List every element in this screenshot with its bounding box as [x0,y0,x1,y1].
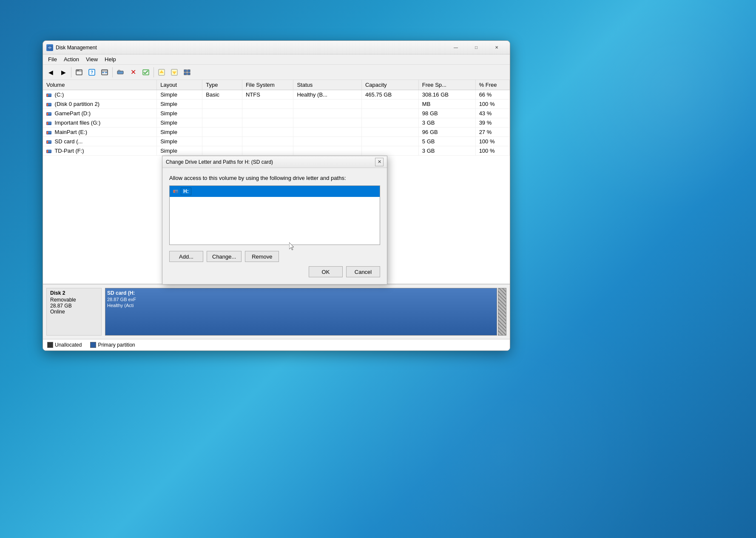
close-button[interactable]: ✕ [487,41,506,54]
cell-free: 96 GB [418,128,475,137]
col-capacity: Capacity [361,80,418,90]
menu-help[interactable]: Help [101,55,119,63]
remove-button[interactable]: Remove [245,251,279,262]
menu-file[interactable]: File [45,55,60,63]
cell-pct: 66 % [475,90,509,100]
menu-bar: File Action View Help [43,54,510,65]
cell-volume: GamePart (D:) [43,109,157,118]
forward-button[interactable]: ▶ [57,66,69,78]
table-row[interactable]: GamePart (D:) Simple 98 GB 43 % [43,109,510,118]
cell-volume: Important files (G:) [43,118,157,128]
svg-text:?: ? [91,70,93,75]
legend-unallocated-box [47,342,53,348]
check-button[interactable] [140,66,152,78]
cell-capacity [361,146,418,156]
disk-map-area: Disk 2 Removable 28.87 GB Online SD card… [43,284,510,339]
grid-button[interactable] [181,66,193,78]
background-swirl-1 [543,0,756,213]
disk-type: Removable [50,297,98,303]
cell-layout: Simple [157,118,202,128]
menu-action[interactable]: Action [60,55,82,63]
cell-free: 3 GB [418,118,475,128]
cell-layout: Simple [157,146,202,156]
cell-type [202,100,242,109]
cell-fs [242,109,293,118]
cell-type [202,146,242,156]
toolbar-sep-2 [112,67,113,77]
table-row[interactable]: Important files (G:) Simple 3 GB 39 % [43,118,510,128]
change-button[interactable]: Change... [207,251,242,262]
cell-free: 308.16 GB [418,90,475,100]
cell-free: 5 GB [418,137,475,146]
disk-label: Disk 2 [50,290,98,296]
cell-free: 3 GB [418,146,475,156]
toolbar: ◀ ▶ ? ✕ [43,65,510,80]
cell-layout: Simple [157,109,202,118]
legend-unallocated: Unallocated [47,342,82,348]
cell-type [202,137,242,146]
cell-status [293,100,362,109]
cell-volume: TD-Part (F:) [43,146,157,156]
cell-fs [242,137,293,146]
up-button[interactable] [156,66,168,78]
down-button[interactable] [168,66,180,78]
partition-size: 28.87 GB exF [107,297,495,302]
snap-button[interactable] [114,66,126,78]
cell-status [293,118,362,128]
cell-status [293,146,362,156]
drive-list-item-h[interactable]: H: [170,186,380,197]
partition-unallocated [498,288,506,336]
ok-button[interactable]: OK [309,266,343,277]
disk-management-window: Disk Management — □ ✕ File Action View H… [43,40,510,351]
dialog-close-button[interactable]: ✕ [375,158,384,166]
legend-unallocated-label: Unallocated [55,342,82,348]
cell-volume: (C:) [43,90,157,100]
dialog-body: Allow access to this volume by using the… [162,168,387,284]
drive-item-icon [173,190,178,193]
help-button[interactable]: ? [86,66,98,78]
minimize-button[interactable]: — [446,41,466,54]
cell-capacity [361,137,418,146]
console-button[interactable] [73,66,85,78]
cell-pct: 27 % [475,128,509,137]
cell-pct: 39 % [475,118,509,128]
dialog-confirm-buttons: OK Cancel [169,266,380,277]
menu-view[interactable]: View [82,55,101,63]
col-free: Free Sp... [418,80,475,90]
cell-capacity [361,109,418,118]
window-controls: — □ ✕ [446,41,506,54]
properties-button[interactable] [99,66,111,78]
cell-volume: SD card (... [43,137,157,146]
cell-capacity [361,100,418,109]
cell-pct: 100 % [475,100,509,109]
table-row[interactable]: MainPart (E:) Simple 96 GB 27 % [43,128,510,137]
col-fs: File System [242,80,293,90]
cell-pct: 100 % [475,146,509,156]
cell-fs [242,146,293,156]
add-button[interactable]: Add... [169,251,203,262]
col-layout: Layout [157,80,202,90]
partition-sd-card[interactable]: SD card (H: 28.87 GB exF Healthy (Acti [105,288,497,336]
cell-type [202,109,242,118]
dialog-title-bar: Change Drive Letter and Paths for H: (SD… [162,156,387,168]
cell-status [293,128,362,137]
cell-capacity [361,118,418,128]
table-row[interactable]: (Disk 0 partition 2) Simple MB 100 % [43,100,510,109]
cell-status: Healthy (B... [293,90,362,100]
table-row[interactable]: SD card (... Simple 5 GB 100 % [43,137,510,146]
table-row[interactable]: TD-Part (F:) Simple 3 GB 100 % [43,146,510,156]
dialog-action-buttons: Add... Change... Remove [169,251,380,262]
cell-status [293,109,362,118]
back-button[interactable]: ◀ [45,66,57,78]
partition-status: Healthy (Acti [107,303,495,308]
cancel-button[interactable]: Cancel [346,266,380,277]
legend-primary-label: Primary partition [98,342,135,348]
maximize-button[interactable]: □ [466,41,486,54]
drive-letter-list[interactable]: H: [169,185,380,245]
cell-layout: Simple [157,100,202,109]
legend: Unallocated Primary partition [43,339,510,350]
toolbar-sep-3 [153,67,154,77]
delete-button[interactable]: ✕ [127,66,139,78]
svg-rect-5 [77,70,78,71]
table-row[interactable]: (C:) Simple Basic NTFS Healthy (B... 465… [43,90,510,100]
